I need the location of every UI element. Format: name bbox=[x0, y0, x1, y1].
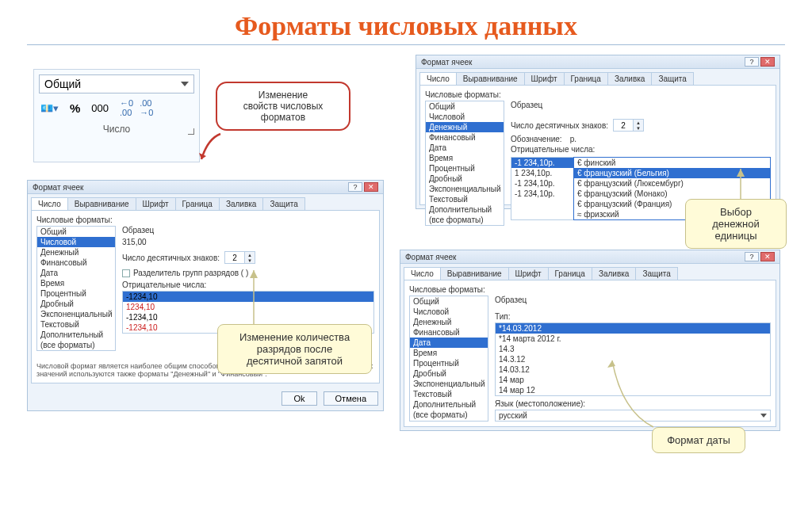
caret-down-icon bbox=[760, 414, 767, 418]
list-item[interactable]: (все форматы) bbox=[410, 410, 488, 420]
number-format-combo[interactable]: Общий bbox=[39, 74, 194, 93]
category-list[interactable]: ОбщийЧисловойДенежныйФинансовыйДатаВремя… bbox=[409, 296, 488, 422]
tab-font[interactable]: Шрифт bbox=[524, 72, 565, 85]
tab-fill[interactable]: Заливка bbox=[219, 197, 264, 210]
list-item[interactable]: Денежный bbox=[426, 122, 504, 132]
list-item[interactable]: Текстовый bbox=[426, 194, 504, 204]
list-item[interactable]: Дробный bbox=[37, 299, 115, 309]
percent-button[interactable] bbox=[70, 101, 80, 115]
type-label: Тип: bbox=[495, 312, 771, 321]
tab-number[interactable]: Число bbox=[31, 197, 68, 210]
list-item[interactable]: Время bbox=[426, 153, 504, 163]
list-item[interactable]: *14.03.2012 bbox=[496, 323, 770, 334]
callout-text: Изменение количества разрядов после деся… bbox=[239, 331, 350, 367]
list-item[interactable]: Финансовый bbox=[410, 327, 488, 338]
tab-align[interactable]: Выравнивание bbox=[67, 197, 136, 210]
thousands-button[interactable]: 000 bbox=[91, 102, 109, 114]
callout-currency: Выбор денежной единицы bbox=[685, 199, 787, 249]
list-item[interactable]: Текстовый bbox=[37, 319, 115, 330]
dialog-tabs: Число Выравнивание Шрифт Граница Заливка… bbox=[28, 194, 383, 210]
tab-protect[interactable]: Защита bbox=[635, 267, 677, 280]
title-underline bbox=[27, 44, 785, 45]
negative-list[interactable]: -1 234,10р.1 234,10р.-1 234,10р.-1 234,1… bbox=[511, 157, 574, 220]
tab-font[interactable]: Шрифт bbox=[508, 267, 549, 280]
close-icon[interactable]: ✕ bbox=[760, 57, 775, 67]
list-item[interactable]: Текстовый bbox=[410, 389, 488, 399]
list-item[interactable]: Процентный bbox=[37, 288, 115, 299]
list-item[interactable]: Числовой bbox=[426, 112, 504, 122]
sample-label: Образец bbox=[122, 226, 374, 235]
list-item[interactable]: Денежный bbox=[37, 247, 115, 258]
increase-decimal-button[interactable]: ←0.00 bbox=[120, 98, 133, 117]
tab-number[interactable]: Число bbox=[404, 267, 441, 280]
list-item[interactable]: Общий bbox=[37, 227, 115, 237]
decimals-value[interactable] bbox=[225, 252, 244, 263]
list-item[interactable]: Экспоненциальный bbox=[410, 379, 488, 389]
decimals-spinner[interactable]: ▲▼ bbox=[224, 251, 255, 264]
list-item[interactable]: Процентный bbox=[410, 358, 488, 368]
list-item[interactable]: Финансовый bbox=[37, 258, 115, 268]
list-item[interactable]: (все форматы) bbox=[37, 340, 115, 350]
list-item[interactable]: -1 234,10р. bbox=[511, 178, 573, 189]
list-item[interactable]: -1 234,10р. bbox=[511, 158, 573, 168]
thousands-separator-checkbox[interactable]: Разделитель групп разрядов ( ) bbox=[122, 269, 248, 277]
ok-button[interactable]: Ok bbox=[282, 391, 316, 406]
list-item[interactable]: Дата bbox=[426, 143, 504, 153]
tab-protect[interactable]: Защита bbox=[651, 72, 693, 85]
list-item[interactable]: Финансовый bbox=[426, 132, 504, 143]
list-item[interactable]: 14.3 bbox=[496, 344, 770, 354]
list-item[interactable]: Время bbox=[37, 278, 115, 288]
decrease-decimal-button[interactable]: .00→0 bbox=[140, 98, 153, 117]
list-item[interactable]: Числовой bbox=[410, 307, 488, 317]
tab-protect[interactable]: Защита bbox=[262, 197, 304, 210]
tab-fill[interactable]: Заливка bbox=[607, 72, 653, 85]
dialog-launcher-icon[interactable] bbox=[188, 128, 194, 135]
category-list[interactable]: ОбщийЧисловойДенежныйФинансовыйДатаВремя… bbox=[425, 101, 504, 226]
help-icon[interactable]: ? bbox=[745, 252, 759, 261]
decimals-spinner[interactable]: ▲▼ bbox=[613, 119, 644, 132]
list-item[interactable]: Экспоненциальный bbox=[426, 184, 504, 194]
help-icon[interactable]: ? bbox=[348, 182, 362, 192]
list-item[interactable]: Время bbox=[410, 348, 488, 358]
spin-up-icon[interactable]: ▲ bbox=[634, 120, 643, 125]
tab-fill[interactable]: Заливка bbox=[592, 267, 637, 280]
list-item[interactable]: Экспоненциальный bbox=[37, 309, 115, 319]
list-item[interactable]: (все форматы) bbox=[426, 215, 504, 225]
list-item[interactable]: *14 марта 2012 г. bbox=[496, 334, 770, 344]
tab-border[interactable]: Граница bbox=[175, 197, 220, 210]
tab-border[interactable]: Граница bbox=[564, 72, 608, 85]
close-icon[interactable]: ✕ bbox=[364, 182, 378, 192]
cancel-button[interactable]: Отмена bbox=[324, 391, 378, 406]
list-item[interactable]: Дополнительный bbox=[426, 204, 504, 215]
list-item[interactable]: Числовой bbox=[37, 237, 115, 247]
list-item[interactable]: Общий bbox=[426, 101, 504, 112]
category-list[interactable]: ОбщийЧисловойДенежныйФинансовыйДатаВремя… bbox=[36, 226, 116, 351]
currency-icon[interactable]: 💶▾ bbox=[40, 102, 59, 114]
help-icon[interactable]: ? bbox=[745, 57, 759, 67]
list-item[interactable]: Дата bbox=[410, 338, 488, 348]
list-item[interactable]: Дробный bbox=[410, 368, 488, 379]
tab-number[interactable]: Число bbox=[419, 72, 457, 85]
tab-align[interactable]: Выравнивание bbox=[440, 267, 509, 280]
list-item[interactable]: Денежный bbox=[410, 317, 488, 327]
spin-up-icon[interactable]: ▲ bbox=[245, 252, 255, 258]
tab-font[interactable]: Шрифт bbox=[136, 197, 176, 210]
list-item[interactable]: 1 234,10р. bbox=[511, 168, 573, 178]
callout-date: Формат даты bbox=[652, 427, 745, 453]
decimals-label: Число десятичных знаков: bbox=[511, 121, 608, 130]
spin-down-icon[interactable]: ▼ bbox=[245, 258, 255, 263]
list-item[interactable]: Дополнительный bbox=[410, 399, 488, 410]
tab-align[interactable]: Выравнивание bbox=[456, 72, 525, 85]
list-item[interactable]: Дополнительный bbox=[37, 330, 115, 340]
list-item[interactable]: Дробный bbox=[426, 174, 504, 184]
list-item[interactable]: Дата bbox=[37, 268, 115, 278]
tab-border[interactable]: Граница bbox=[548, 267, 592, 280]
locale-value: русский bbox=[499, 411, 527, 420]
dialog-titlebar: Формат ячеек ?✕ bbox=[28, 181, 383, 194]
list-item[interactable]: Процентный bbox=[426, 163, 504, 174]
close-icon[interactable]: ✕ bbox=[760, 252, 775, 261]
list-item[interactable]: Общий bbox=[410, 296, 488, 307]
spin-down-icon[interactable]: ▼ bbox=[634, 125, 643, 131]
list-item[interactable]: -1 234,10р. bbox=[511, 189, 573, 199]
decimals-value[interactable] bbox=[614, 120, 633, 131]
